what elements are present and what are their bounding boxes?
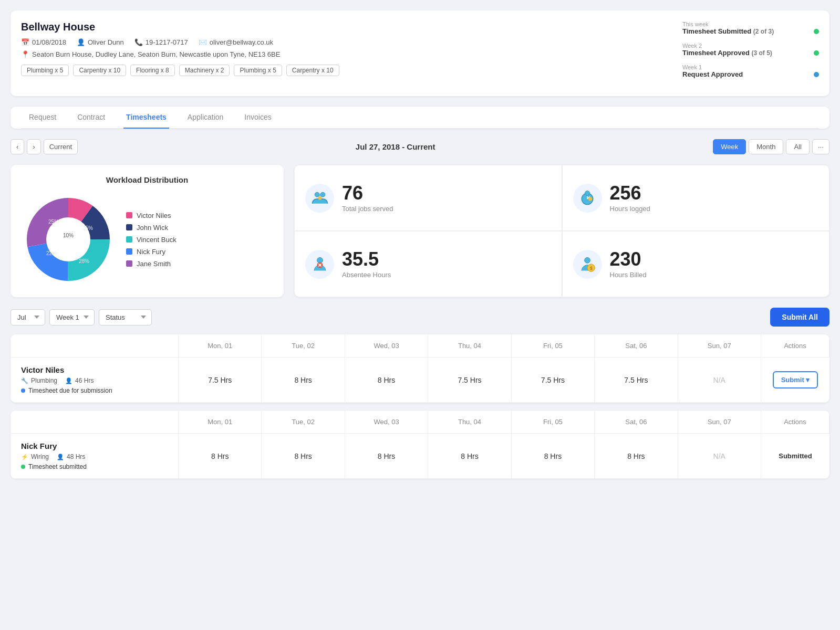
status-label-2: Request Approved (682, 70, 743, 78)
nick-mon: 8 Hrs (179, 434, 262, 478)
col-worker (11, 411, 179, 433)
col-sun: Sun, 07 (678, 411, 761, 433)
svg-text:28%: 28% (79, 258, 89, 264)
worker-name-nick: Nick Fury (21, 442, 168, 450)
tab-invoices[interactable]: Invoices (242, 107, 274, 129)
tag-item: Carpentry x 10 (286, 65, 339, 76)
col-wed: Wed, 03 (345, 411, 428, 433)
stats-section: Workload Distribution 10% 15% (11, 165, 829, 297)
month-filter[interactable]: Jul Aug Sep (11, 309, 45, 326)
hours-logged-label: Hours logged (610, 205, 650, 213)
col-fri: Fri, 05 (512, 411, 595, 433)
filter-row: Jul Aug Sep Week 1 Week 2 Week 3 Week 4 … (11, 308, 829, 327)
hours-billed-icon: $ (573, 250, 602, 279)
victor-thu: 7.5 Hrs (428, 358, 511, 402)
worker-name-victor: Victor Niles (21, 365, 168, 374)
phone-icon: 📞 (134, 38, 143, 46)
nick-wed: 8 Hrs (345, 434, 428, 478)
tab-application[interactable]: Application (185, 107, 226, 129)
current-button[interactable]: Current (44, 139, 78, 154)
worker-hours: 46 Hrs (75, 377, 94, 384)
col-sat: Sat, 06 (595, 411, 678, 433)
jobs-icon (305, 184, 334, 213)
status-week-label: This week (682, 21, 819, 27)
svg-text:22%: 22% (46, 250, 57, 256)
victor-wed: 8 Hrs (345, 358, 428, 402)
legend-dot-john (126, 224, 132, 230)
person-icon: 👤 (77, 38, 85, 46)
nick-fri: 8 Hrs (512, 434, 595, 478)
nav-prev-button[interactable]: ‹ (11, 139, 24, 154)
period-label: Jul 27, 2018 - Current (356, 142, 435, 151)
nick-tue: 8 Hrs (262, 434, 345, 478)
tag-item: Plumbing x 5 (234, 65, 282, 76)
col-thu: Thu, 04 (428, 411, 511, 433)
project-tags: Plumbing x 5 Carpentry x 10 Flooring x 8… (21, 65, 667, 76)
worker-status-text: Timesheet submitted (28, 463, 87, 470)
location-icon: 📍 (21, 50, 29, 58)
week-view-button[interactable]: Week (713, 139, 746, 154)
month-view-button[interactable]: Month (749, 139, 783, 154)
col-mon: Mon, 01 (179, 334, 262, 357)
worker-trade: Plumbing (31, 377, 57, 384)
legend-label-john: John Wick (137, 224, 168, 232)
hours-icon: 👤 (65, 377, 72, 384)
legend-label-nick: Nick Fury (137, 248, 165, 256)
worker-status-dot (21, 465, 25, 469)
legend-dot-jane (126, 260, 132, 267)
tab-timesheets[interactable]: Timesheets (123, 107, 169, 129)
legend-label-jane: Jane Smith (137, 260, 171, 268)
worker-status-text: Timesheet due for submission (28, 387, 112, 394)
nick-action: Submitted (761, 434, 829, 478)
total-jobs-number: 76 (342, 184, 393, 203)
col-wed: Wed, 03 (345, 334, 428, 357)
legend-label-vincent: Vincent Buck (137, 236, 177, 244)
status-week-label: Week 1 (682, 64, 819, 70)
week-filter[interactable]: Week 1 Week 2 Week 3 Week 4 (49, 309, 95, 326)
hours-billed-label: Hours Billed (610, 271, 647, 279)
period-controls: ‹ › Current Jul 27, 2018 - Current Week … (11, 139, 829, 154)
stat-hours-logged: 256 Hours logged (562, 165, 830, 231)
stat-absentee: 35.5 Absentee Hours (294, 231, 562, 297)
calendar-icon: 📅 (21, 38, 29, 46)
workload-chart: 10% 15% 25% 22% 28% (21, 192, 116, 287)
submitted-label: Submitted (779, 452, 812, 460)
status-dot-blue (814, 72, 819, 77)
tab-contract[interactable]: Contract (75, 107, 108, 129)
tab-request[interactable]: Request (26, 107, 59, 129)
absentee-icon (305, 250, 334, 279)
trade-icon: ⚡ (21, 454, 28, 460)
trade-icon: 🔧 (21, 377, 28, 384)
col-sat: Sat, 06 (595, 334, 678, 357)
nav-next-button[interactable]: › (27, 139, 40, 154)
col-mon: Mon, 01 (179, 411, 262, 433)
col-sun: Sun, 07 (678, 334, 761, 357)
project-manager: 👤 Oliver Dunn (77, 38, 124, 46)
project-status-timeline: This week Timesheet Submitted (2 of 3) W… (682, 21, 819, 86)
tag-item: Carpentry x 10 (73, 65, 126, 76)
svg-point-23 (585, 257, 590, 263)
workload-card: Workload Distribution 10% 15% (11, 165, 284, 297)
submit-button-victor[interactable]: Submit ▾ (773, 371, 818, 388)
victor-action: Submit ▾ (761, 358, 829, 402)
email-icon: ✉️ (199, 38, 207, 46)
worker-hours: 48 Hrs (67, 453, 85, 460)
workload-title: Workload Distribution (21, 175, 273, 184)
victor-sun: N/A (678, 358, 761, 402)
stat-hours-billed: $ 230 Hours Billed (562, 231, 830, 297)
all-view-button[interactable]: All (786, 139, 809, 154)
more-options-button[interactable]: ··· (812, 139, 829, 154)
worker-trade: Wiring (31, 453, 49, 460)
nick-sat: 8 Hrs (595, 434, 678, 478)
svg-text:10%: 10% (63, 233, 74, 238)
svg-text:15%: 15% (82, 225, 93, 231)
svg-point-13 (318, 196, 322, 200)
nick-thu: 8 Hrs (428, 434, 511, 478)
hours-logged-number: 256 (610, 184, 650, 203)
col-actions: Actions (761, 411, 829, 433)
absentee-number: 35.5 (342, 250, 391, 269)
timesheet-table-nick: Mon, 01 Tue, 02 Wed, 03 Thu, 04 Fri, 05 … (11, 411, 829, 479)
submit-all-button[interactable]: Submit All (770, 308, 829, 327)
status-filter[interactable]: Status Submitted Approved Pending (99, 309, 152, 326)
svg-point-15 (585, 191, 590, 196)
